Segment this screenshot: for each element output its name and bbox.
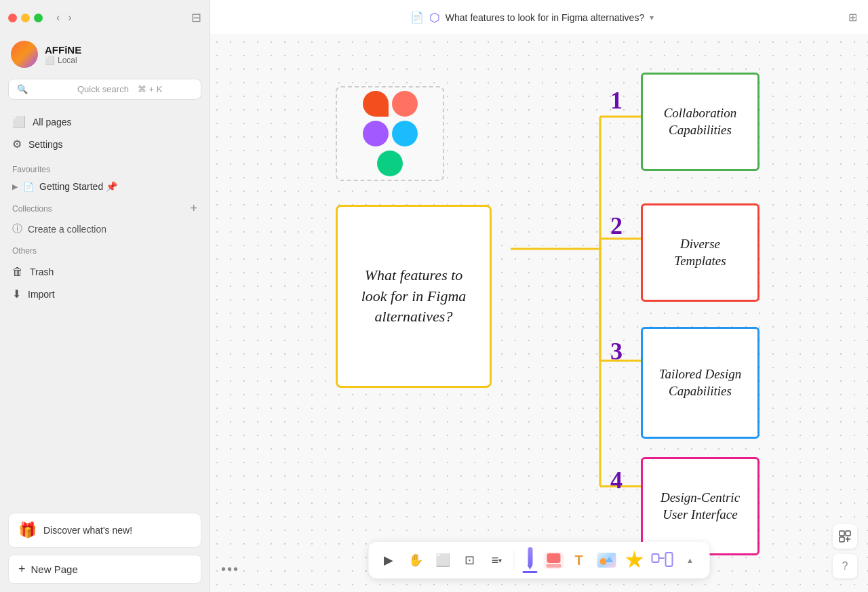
canvas-toolbar: ▶ ✋ ⬜ ⊡ ≡ ▾ <box>369 542 710 578</box>
import-icon: ⬇ <box>12 288 21 300</box>
svg-rect-14 <box>846 531 850 536</box>
topbar-center: 📄 ⬡ What features to look for in Figma a… <box>221 10 843 25</box>
shapes-tool-button[interactable] <box>622 547 648 573</box>
branch-num-4: 4 <box>610 466 623 494</box>
back-button[interactable]: ‹ <box>54 10 62 25</box>
edgeless-icon[interactable]: ⬡ <box>429 10 440 25</box>
hand-tool-button[interactable]: ✋ <box>403 547 429 573</box>
all-pages-label: All pages <box>33 117 72 127</box>
chevron-right-icon: ▶ <box>12 182 18 191</box>
create-collection-item[interactable]: ⓘ Create a collection <box>5 218 204 239</box>
branch-box-3: Tailored Design Capabilities <box>641 327 760 439</box>
main-content: 📄 ⬡ What features to look for in Figma a… <box>210 0 868 592</box>
gift-icon: 🎁 <box>18 521 37 539</box>
tools-expand-button[interactable]: ▲ <box>677 547 703 573</box>
collections-header: Collections + <box>0 196 210 218</box>
figma-logo-container <box>336 86 444 181</box>
page-icon: 📄 <box>23 182 34 192</box>
settings-label: Settings <box>28 139 63 150</box>
others-section-label: Others <box>0 239 210 258</box>
central-box: What features to look for in Figma alter… <box>336 205 492 388</box>
workspace-label: Local <box>58 56 77 65</box>
canvas-right-icons: ? <box>833 524 857 578</box>
others-section: 🗑 Trash ⬇ Import <box>0 258 210 308</box>
branch-text-4: Design-Centric User Interface <box>653 490 747 523</box>
nav-arrows: ‹ › <box>54 10 75 25</box>
trash-icon: 🗑 <box>12 266 23 278</box>
plus-icon: + <box>18 562 26 576</box>
info-icon: ⓘ <box>12 222 22 235</box>
text-tool-button[interactable]: ≡ ▾ <box>484 547 510 573</box>
branch-box-4: Design-Centric User Interface <box>641 457 760 555</box>
branch-box-2: Diverse Templates <box>641 203 760 302</box>
favourites-section-label: Favourites <box>0 158 210 177</box>
titlebar: ‹ › ⊟ <box>0 0 210 35</box>
trash-label: Trash <box>30 267 54 277</box>
new-page-button[interactable]: + New Page <box>8 555 201 584</box>
connector-tool-button[interactable] <box>650 547 675 573</box>
forward-button[interactable]: › <box>65 10 74 25</box>
branch-num-3: 3 <box>610 337 623 366</box>
text-insert-button[interactable]: T <box>566 547 592 573</box>
title-chevron-icon[interactable]: ▾ <box>650 13 654 22</box>
branch-num-2: 2 <box>610 212 623 240</box>
page-title: What features to look for in Figma alter… <box>446 12 644 23</box>
eraser-tool-button[interactable] <box>544 552 564 569</box>
sidebar-bottom: 🎁 Discover what's new! + New Page <box>0 505 210 592</box>
sidebar-item-import[interactable]: ⬇ Import <box>5 283 204 305</box>
branch-num-1: 1 <box>610 86 623 115</box>
profile-info: AFFiNE ⬜ Local <box>45 44 81 65</box>
select-tool-button[interactable]: ▶ <box>376 547 401 573</box>
minimize-button[interactable] <box>21 14 30 22</box>
new-page-label: New Page <box>31 564 78 575</box>
drawing-tools-group: T <box>519 546 703 574</box>
figma-logo <box>363 91 418 176</box>
help-button[interactable]: ? <box>833 554 857 578</box>
profile-name: AFFiNE <box>45 44 81 56</box>
settings-icon: ⚙ <box>12 138 22 151</box>
discover-text: Discover what's new! <box>43 525 132 536</box>
sidebar-item-trash[interactable]: 🗑 Trash <box>5 261 204 283</box>
sidebar: ‹ › ⊟ AFFiNE ⬜ Local 🔍 Quick search ⌘ + … <box>0 0 210 592</box>
central-text: What features to look for in Figma alter… <box>351 265 476 328</box>
create-collection-label: Create a collection <box>28 224 106 235</box>
profile-section: AFFiNE ⬜ Local <box>0 35 210 76</box>
search-icon: 🔍 <box>17 84 72 94</box>
branch-text-1: Collaboration Capabilities <box>653 105 747 138</box>
search-placeholder: Quick search <box>77 84 132 94</box>
grid-plus-icon <box>839 530 851 542</box>
frame-tool-button[interactable]: ⬜ <box>430 547 456 573</box>
add-collection-button[interactable]: + <box>190 201 197 216</box>
sidebar-nav: ⬜ All pages ⚙ Settings <box>0 108 210 158</box>
doc-icon[interactable]: 📄 <box>410 11 424 24</box>
close-button[interactable] <box>8 14 17 22</box>
avatar <box>11 41 38 68</box>
pages-icon: ⬜ <box>12 115 26 128</box>
toolbar-divider-1 <box>514 551 515 570</box>
canvas-area[interactable]: What features to look for in Figma alter… <box>210 35 868 592</box>
traffic-lights <box>8 14 43 22</box>
layout-toggle-icon[interactable]: ⊞ <box>848 11 857 24</box>
image-tool-button[interactable] <box>594 547 620 573</box>
connector-lines <box>210 35 868 592</box>
search-bar[interactable]: 🔍 Quick search ⌘ + K <box>8 79 201 100</box>
discover-banner[interactable]: 🎁 Discover what's new! <box>8 513 201 548</box>
grid-add-button[interactable] <box>833 524 857 549</box>
pen-tool-button[interactable] <box>519 546 542 574</box>
maximize-button[interactable] <box>34 14 43 22</box>
sidebar-item-settings[interactable]: ⚙ Settings <box>5 133 204 155</box>
topbar-right: ⊞ <box>848 11 857 24</box>
branch-text-2: Diverse Templates <box>653 236 747 269</box>
sidebar-item-getting-started[interactable]: ▶ 📄 Getting Started 📌 <box>5 177 204 196</box>
svg-rect-13 <box>840 531 844 536</box>
svg-rect-15 <box>840 537 844 542</box>
sidebar-item-all-pages[interactable]: ⬜ All pages <box>5 111 204 133</box>
more-options-button[interactable]: ••• <box>221 561 239 577</box>
workspace-icon: ⬜ <box>45 56 55 65</box>
branch-box-1: Collaboration Capabilities <box>641 73 760 171</box>
sidebar-toggle-button[interactable]: ⊟ <box>191 10 201 25</box>
import-label: Import <box>28 289 55 300</box>
branch-text-3: Tailored Design Capabilities <box>653 366 747 399</box>
crop-tool-button[interactable]: ⊡ <box>457 547 483 573</box>
getting-started-label: Getting Started 📌 <box>39 181 117 192</box>
